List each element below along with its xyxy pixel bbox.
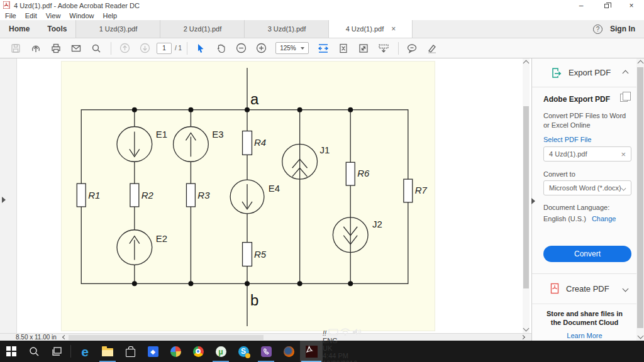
- zoom-in-icon[interactable]: [253, 41, 269, 56]
- scroll-down-icon[interactable]: [523, 326, 530, 332]
- firefox-icon: [284, 346, 294, 357]
- document-language-label: Document Language:: [543, 204, 609, 211]
- taskbar-viber[interactable]: [255, 341, 277, 362]
- export-description: Convert PDF Files to Word or Excel Onlin…: [543, 111, 628, 130]
- highlight-icon[interactable]: [424, 41, 440, 56]
- create-pdf-row[interactable]: Create PDF: [532, 280, 644, 297]
- page-size-label: 8.50 x 11.00 in: [16, 334, 57, 341]
- chevron-up-icon[interactable]: [623, 70, 629, 77]
- task-view-icon: [51, 346, 62, 357]
- source-e2: [117, 230, 152, 265]
- email-icon[interactable]: [68, 41, 84, 56]
- navigation-pane-strip[interactable]: [0, 58, 17, 333]
- scroll-up-icon[interactable]: [523, 60, 530, 67]
- language-indicator[interactable]: ENG UK: [323, 337, 362, 352]
- panel-scroll-down-icon[interactable]: [637, 333, 643, 339]
- change-language-link[interactable]: Change: [592, 215, 616, 222]
- skype-badge: [245, 353, 250, 358]
- taskbar-edge[interactable]: e: [74, 341, 96, 362]
- taskbar-photos-app[interactable]: [164, 341, 187, 362]
- zoom-level-select[interactable]: 125%: [275, 42, 309, 54]
- label-r5: R5: [254, 249, 267, 260]
- save-icon[interactable]: [8, 41, 24, 56]
- task-view-button[interactable]: [45, 341, 68, 362]
- clear-file-icon[interactable]: ×: [621, 150, 626, 159]
- tab-tools[interactable]: Tools: [38, 20, 75, 38]
- collapse-panel-icon[interactable]: [531, 198, 535, 204]
- document-tab-4-active[interactable]: 4 Uzd(1).pdf ×: [328, 20, 413, 38]
- panel-scrollbar[interactable]: [636, 58, 644, 341]
- label-r3: R3: [197, 190, 210, 200]
- taskbar-skype[interactable]: S: [232, 341, 255, 362]
- document-tab-1[interactable]: 1 Uzd(3).pdf: [75, 20, 160, 38]
- convert-button[interactable]: Convert: [543, 246, 631, 262]
- select-tool-icon[interactable]: [192, 41, 209, 56]
- source-e1: [117, 127, 152, 162]
- minimize-button[interactable]: –: [569, 0, 594, 11]
- resistor-r1: [77, 184, 86, 207]
- label-r1: R1: [88, 190, 100, 200]
- help-icon[interactable]: ?: [593, 25, 602, 34]
- search-icon[interactable]: [88, 41, 104, 56]
- vertical-scrollbar[interactable]: [523, 58, 530, 333]
- clock[interactable]: 4:44 PM 12/29/2016: [323, 352, 362, 362]
- taskbar-file-explorer[interactable]: [96, 341, 119, 362]
- chevron-down-icon: [623, 285, 629, 292]
- taskbar-dropbox[interactable]: ◆: [142, 341, 164, 362]
- close-button[interactable]: ×: [619, 0, 644, 11]
- document-tab-2[interactable]: 2 Uzd(1).pdf: [160, 20, 244, 38]
- status-bar: 8.50 x 11.00 in: [0, 333, 531, 341]
- zoom-out-icon[interactable]: [233, 41, 249, 56]
- export-pdf-header[interactable]: Export PDF: [532, 58, 644, 87]
- menu-window[interactable]: Window: [69, 12, 94, 19]
- fit-page-icon[interactable]: [335, 41, 352, 56]
- sign-in-button[interactable]: Sign In: [610, 25, 635, 33]
- fit-width-icon[interactable]: [315, 41, 331, 56]
- menu-help[interactable]: Help: [103, 12, 117, 19]
- horizontal-scrollbar[interactable]: [61, 334, 526, 341]
- menu-bar: File Edit View Window Help: [0, 11, 644, 20]
- taskbar-store[interactable]: [119, 341, 142, 362]
- scroll-right-icon[interactable]: [521, 335, 525, 339]
- learn-more-link[interactable]: Learn More: [532, 332, 637, 339]
- restore-button[interactable]: [594, 0, 619, 11]
- tray-alert-icon[interactable]: !!: [323, 329, 326, 337]
- taskbar-utorrent[interactable]: µ: [209, 341, 232, 362]
- expand-nav-pane-icon[interactable]: [2, 197, 6, 203]
- label-e1: E1: [156, 129, 167, 140]
- panel-scrollbar-thumb[interactable]: [637, 67, 643, 328]
- comment-icon[interactable]: [404, 41, 420, 56]
- convert-to-label: Convert to: [543, 170, 575, 178]
- start-button[interactable]: [0, 341, 23, 362]
- menu-view[interactable]: View: [46, 12, 61, 19]
- scrollbar-thumb[interactable]: [523, 106, 529, 288]
- tray-keyboard-icon[interactable]: [328, 329, 340, 337]
- previous-page-icon[interactable]: [116, 41, 133, 56]
- wifi-icon[interactable]: [340, 329, 352, 337]
- caret-down-icon: [301, 47, 304, 50]
- panel-scroll-up-icon[interactable]: [637, 60, 643, 67]
- page-number-input[interactable]: 1: [157, 43, 172, 54]
- selected-file-box[interactable]: 4 Uzd(1).pdf ×: [543, 146, 631, 162]
- taskbar-acrobat-active[interactable]: [300, 341, 323, 362]
- print-icon[interactable]: [48, 41, 64, 56]
- hscrollbar-thumb[interactable]: [69, 335, 264, 340]
- hand-tool-icon[interactable]: [213, 41, 229, 56]
- volume-icon[interactable]: [352, 329, 362, 337]
- select-pdf-file-link[interactable]: Select PDF File: [543, 136, 591, 143]
- menu-file[interactable]: File: [5, 12, 16, 19]
- next-page-icon[interactable]: [136, 41, 153, 56]
- menu-edit[interactable]: Edit: [25, 12, 37, 19]
- taskbar-firefox[interactable]: [277, 341, 300, 362]
- scroll-left-icon[interactable]: [62, 335, 67, 339]
- document-tab-3[interactable]: 3 Uzd(1).pdf: [244, 20, 328, 38]
- fullscreen-icon[interactable]: [355, 41, 372, 56]
- tab-close-icon[interactable]: ×: [391, 25, 396, 33]
- format-select[interactable]: Microsoft Word (*.docx): [543, 180, 631, 195]
- read-mode-icon[interactable]: [375, 41, 392, 56]
- taskbar-search-button[interactable]: [23, 341, 45, 362]
- tab-home[interactable]: Home: [0, 20, 38, 38]
- taskbar-chrome[interactable]: [187, 341, 209, 362]
- upload-cloud-icon[interactable]: [28, 41, 44, 56]
- window-title: 4 Uzd(1).pdf - Adobe Acrobat Reader DC: [14, 2, 140, 9]
